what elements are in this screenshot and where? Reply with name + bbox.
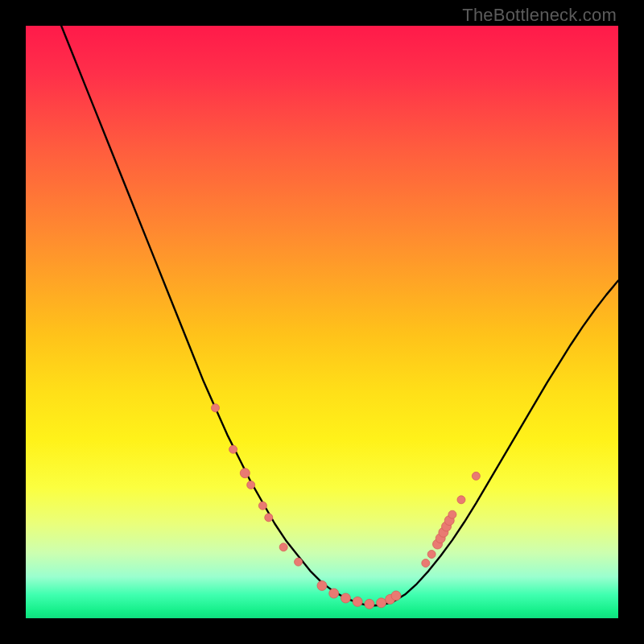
- data-marker: [295, 558, 303, 566]
- data-marker: [365, 599, 374, 609]
- data-marker: [258, 502, 266, 510]
- data-marker: [329, 588, 339, 598]
- data-marker: [240, 469, 250, 478]
- data-marker: [279, 543, 287, 551]
- chart-area: [26, 26, 618, 618]
- data-marker: [391, 591, 401, 601]
- data-marker: [472, 472, 480, 480]
- data-marker: [427, 551, 436, 559]
- data-marker: [422, 559, 430, 568]
- data-marker: [341, 593, 350, 603]
- data-marker: [247, 481, 255, 489]
- watermark-text: TheBottleneck.com: [462, 5, 617, 26]
- data-marker: [265, 514, 273, 522]
- data-marker: [317, 581, 327, 591]
- data-marker: [212, 404, 220, 412]
- data-marker: [457, 496, 465, 504]
- data-marker: [353, 597, 362, 606]
- data-marker: [448, 510, 456, 518]
- chart-svg: [26, 26, 618, 618]
- data-marker: [229, 445, 237, 453]
- bottleneck-curve-path: [61, 26, 618, 606]
- data-marker: [377, 598, 386, 608]
